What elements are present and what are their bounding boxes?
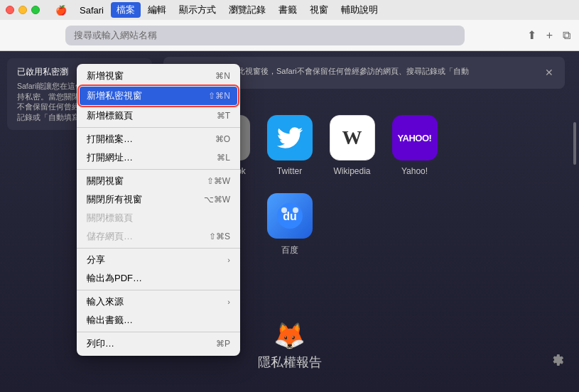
- file-menu[interactable]: 檔案: [111, 2, 141, 18]
- new-tab-shortcut: ⌘T: [217, 111, 230, 121]
- add-tab-icon[interactable]: +: [546, 29, 553, 42]
- traffic-lights: [6, 6, 40, 14]
- share-icon[interactable]: ⬆: [527, 28, 536, 42]
- dropdown-overlay: 新增視窗 ⌘N 新增私密視窗 ⇧⌘N 新增標籤頁 ⌘T 打開檔案… ⌘O 打開網…: [0, 51, 579, 392]
- close-all-label: 關閉所有視窗: [87, 193, 142, 206]
- file-dropdown-menu: 新增視窗 ⌘N 新增私密視窗 ⇧⌘N 新增標籤頁 ⌘T 打開檔案… ⌘O 打開網…: [77, 64, 240, 356]
- close-window-shortcut: ⇧⌘W: [207, 176, 230, 186]
- address-placeholder: 搜尋或輸入網站名稱: [74, 29, 157, 42]
- open-file-item[interactable]: 打開檔案… ⌘O: [77, 130, 240, 148]
- close-button[interactable]: [6, 6, 14, 14]
- menu-bar: 🍎 Safari 檔案 編輯 顯示方式 瀏覽記錄 書籤 視窗 輔助說明: [50, 2, 384, 18]
- open-file-shortcut: ⌘O: [215, 134, 230, 144]
- close-all-item[interactable]: 關閉所有視窗 ⌥⌘W: [77, 190, 240, 209]
- tabs-icon[interactable]: ⧉: [563, 29, 570, 42]
- import-source-label: 輸入來源: [87, 295, 124, 308]
- toolbar-right: ⬆ + ⧉: [527, 28, 570, 42]
- new-window-label: 新增視窗: [87, 70, 124, 82]
- history-menu[interactable]: 瀏覽記錄: [223, 2, 271, 18]
- print-label: 列印…: [87, 337, 114, 350]
- open-file-label: 打開檔案…: [87, 133, 133, 146]
- separator-5: [77, 332, 240, 332]
- edit-menu[interactable]: 編輯: [142, 2, 172, 18]
- open-location-shortcut: ⌘L: [217, 153, 230, 163]
- help-menu[interactable]: 輔助說明: [335, 2, 384, 18]
- new-window-item[interactable]: 新增視窗 ⌘N: [77, 67, 240, 85]
- address-bar[interactable]: 搜尋或輸入網站名稱: [65, 26, 465, 45]
- new-window-shortcut: ⌘N: [215, 71, 230, 81]
- close-window-label: 關閉視窗: [87, 175, 124, 187]
- new-private-window-item[interactable]: 新增私密視窗 ⇧⌘N: [80, 87, 237, 105]
- separator-4: [77, 290, 240, 290]
- print-item[interactable]: 列印… ⌘P: [77, 334, 240, 353]
- separator-3: [77, 248, 240, 249]
- export-bookmarks-label: 輸出書籤…: [87, 314, 133, 327]
- separator-2: [77, 169, 240, 170]
- save-page-shortcut: ⇧⌘S: [209, 232, 230, 241]
- export-bookmarks-item[interactable]: 輸出書籤…: [77, 311, 240, 330]
- import-arrow-icon: ›: [227, 298, 230, 306]
- window-menu[interactable]: 視窗: [304, 2, 334, 18]
- view-menu[interactable]: 顯示方式: [173, 2, 222, 18]
- new-tab-label: 新增標籤頁: [87, 109, 133, 122]
- main-content: 已啟用私密瀏 Safari能讓您在這個私密視窗中保持私密。當您關閉此視窗後，Sa…: [0, 51, 579, 392]
- import-source-item[interactable]: 輸入來源 ›: [77, 293, 240, 311]
- apple-menu[interactable]: 🍎: [50, 4, 72, 17]
- safari-toolbar: 搜尋或輸入網站名稱 ⬆ + ⧉: [0, 20, 579, 51]
- save-page-label: 儲存網頁…: [87, 230, 133, 243]
- title-bar: 🍎 Safari 檔案 編輯 顯示方式 瀏覽記錄 書籤 視窗 輔助說明: [0, 0, 579, 20]
- share-arrow-icon: ›: [227, 256, 230, 264]
- new-private-label: 新增私密視窗: [87, 89, 142, 102]
- close-tab-item: 關閉標籤頁: [77, 209, 240, 227]
- maximize-button[interactable]: [31, 6, 40, 14]
- close-tab-label: 關閉標籤頁: [87, 212, 133, 224]
- close-window-item[interactable]: 關閉視窗 ⇧⌘W: [77, 172, 240, 190]
- separator-1: [77, 127, 240, 128]
- safari-menu[interactable]: Safari: [74, 4, 109, 17]
- new-tab-item[interactable]: 新增標籤頁 ⌘T: [77, 107, 240, 125]
- bookmarks-menu[interactable]: 書籤: [273, 2, 303, 18]
- open-location-item[interactable]: 打開網址… ⌘L: [77, 148, 240, 167]
- export-pdf-item[interactable]: 輸出為PDF…: [77, 269, 240, 288]
- share-item[interactable]: 分享 ›: [77, 251, 240, 269]
- close-all-shortcut: ⌥⌘W: [204, 195, 230, 205]
- share-label: 分享: [87, 254, 105, 266]
- print-shortcut: ⌘P: [216, 339, 230, 349]
- save-page-item: 儲存網頁… ⇧⌘S: [77, 227, 240, 246]
- new-private-shortcut: ⇧⌘N: [208, 91, 230, 101]
- open-location-label: 打開網址…: [87, 151, 133, 164]
- minimize-button[interactable]: [18, 6, 27, 14]
- export-pdf-label: 輸出為PDF…: [87, 272, 142, 285]
- apple-icon: 🍎: [55, 5, 67, 16]
